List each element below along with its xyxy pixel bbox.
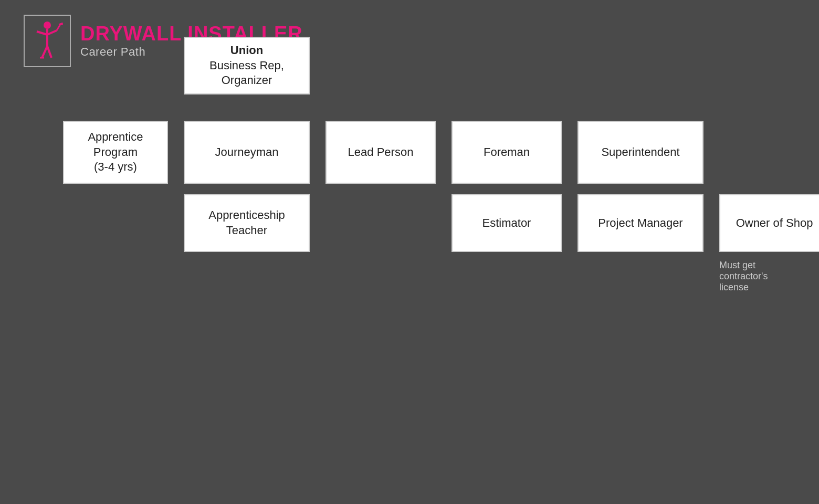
svg-line-3 [47, 30, 57, 35]
lead-person-label: Lead Person [348, 145, 414, 160]
node-project-manager: Project Manager [578, 194, 704, 252]
header-icon-box [24, 15, 71, 67]
node-superintendent: Superintendent [578, 121, 704, 184]
project-manager-label: Project Manager [598, 216, 682, 231]
foreman-label: Foreman [484, 145, 530, 160]
node-estimator: Estimator [452, 194, 562, 252]
union-label: UnionBusiness Rep,Organizer [209, 43, 284, 88]
node-apprenticeship-teacher: ApprenticeshipTeacher [184, 194, 310, 252]
node-owner-of-shop: Owner of Shop [719, 194, 819, 252]
contractor-note: Must get contractor's license [719, 260, 798, 293]
svg-line-4 [57, 25, 60, 30]
superintendent-label: Superintendent [601, 145, 679, 160]
worker-icon [32, 20, 63, 62]
svg-point-0 [44, 22, 51, 29]
node-apprentice-program: ApprenticeProgram(3-4 yrs) [63, 121, 168, 184]
apprenticeship-teacher-label: ApprenticeshipTeacher [208, 208, 285, 238]
svg-line-7 [47, 46, 51, 58]
estimator-label: Estimator [482, 216, 531, 231]
node-foreman: Foreman [452, 121, 562, 184]
node-journeyman: Journeyman [184, 121, 310, 184]
owner-of-shop-label: Owner of Shop [736, 216, 813, 231]
node-lead-person: Lead Person [326, 121, 436, 184]
apprentice-program-label: ApprenticeProgram(3-4 yrs) [88, 130, 143, 175]
svg-rect-5 [59, 23, 63, 26]
svg-line-2 [37, 32, 47, 35]
node-union: UnionBusiness Rep,Organizer [184, 37, 310, 94]
svg-line-6 [42, 46, 47, 58]
journeyman-label: Journeyman [215, 145, 278, 160]
